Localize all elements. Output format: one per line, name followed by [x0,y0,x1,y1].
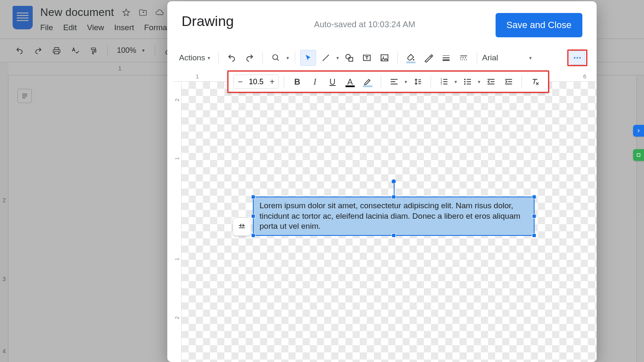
resize-handle-tr[interactable] [532,195,536,199]
align-dropdown-icon[interactable]: ▼ [404,80,408,84]
svg-point-1 [346,54,351,59]
indent-decrease-icon[interactable] [483,74,499,90]
bulleted-list-dropdown-icon[interactable]: ▼ [477,80,481,84]
textbox-tool-icon[interactable] [359,50,375,66]
line-tool-icon[interactable] [318,50,334,66]
actions-menu[interactable]: Actions ▼ [177,50,213,66]
font-size-increase[interactable]: + [266,75,278,89]
annotation-text-toolbar: − + B I U A ▼ 123 ▼ ▼ [227,70,549,93]
resize-handle-br[interactable] [532,233,536,238]
image-tool-icon[interactable] [377,50,392,66]
font-family-select[interactable]: Arial▼ [482,50,532,66]
drawing-canvas-area: 1 6 2 1 1 2 Lorem ipsum dolor sit amet, … [173,72,597,362]
resize-handle-mr[interactable] [532,214,536,218]
drawing-dialog: Drawing Auto-saved at 10:03:24 AM Save a… [167,1,597,362]
text-color-icon[interactable]: A [342,74,358,90]
border-color-icon[interactable] [421,50,436,66]
resize-handle-mb[interactable] [392,233,396,238]
svg-rect-2 [349,57,353,61]
svg-point-9 [579,57,581,59]
svg-point-7 [574,57,576,59]
highlight-color-icon[interactable] [360,74,376,90]
resize-handle-tl[interactable] [251,195,255,199]
autosave-status: Auto-saved at 10:03:24 AM [314,20,415,29]
zoom-dropdown-icon[interactable]: ▼ [286,56,290,60]
selected-textbox[interactable]: Lorem ipsum dolor sit amet, consectetur … [253,197,535,236]
svg-point-14 [464,81,466,83]
border-dash-icon[interactable] [456,50,472,66]
svg-point-0 [273,55,278,60]
svg-rect-16 [637,154,640,157]
rotate-handle[interactable] [391,179,396,184]
drawing-toolbar: Actions ▼ ▼ ▼ Arial▼ [167,47,597,68]
textbox-content[interactable]: Lorem ipsum dolor sit amet, consectetur … [260,201,520,230]
align-icon[interactable] [386,74,402,90]
numbered-list-icon[interactable]: 123 [436,74,452,90]
save-close-button[interactable]: Save and Close [496,13,582,37]
bulleted-list-icon[interactable] [460,74,475,90]
resize-handle-ml[interactable] [251,214,255,218]
svg-point-6 [413,59,415,61]
svg-point-5 [383,57,384,58]
resize-handle-bl[interactable] [251,233,255,238]
dialog-title: Drawing [182,13,234,29]
shape-tool-icon[interactable] [341,50,357,66]
side-panel-toggle-green[interactable] [633,149,644,161]
svg-point-13 [464,79,466,80]
underline-icon[interactable]: U [325,74,340,90]
numbered-list-dropdown-icon[interactable]: ▼ [454,80,458,84]
svg-point-15 [464,83,466,85]
clear-formatting-icon[interactable] [527,74,543,90]
svg-text:3: 3 [441,82,442,85]
italic-icon[interactable]: I [307,74,323,90]
svg-point-8 [576,57,578,59]
side-panel-toggle-blue[interactable] [633,125,644,137]
resize-handle-mt[interactable] [392,195,396,199]
select-tool-icon[interactable] [300,50,316,66]
rotate-stem [394,182,395,195]
redo-icon[interactable] [242,50,257,66]
font-size-input[interactable] [247,78,266,86]
indent-increase-icon[interactable] [501,74,517,90]
line-dropdown-icon[interactable]: ▼ [335,56,340,60]
autofit-button[interactable] [233,217,251,236]
drawing-canvas[interactable]: Lorem ipsum dolor sit amet, consectetur … [182,82,597,362]
more-options-icon[interactable] [569,51,585,65]
font-size-stepper: − + [234,75,279,89]
bold-icon[interactable]: B [289,74,305,90]
border-weight-icon[interactable] [438,50,454,66]
zoom-icon[interactable] [268,50,284,66]
undo-icon[interactable] [224,50,240,66]
line-spacing-icon[interactable] [410,74,426,90]
canvas-v-ruler: 2 1 1 2 [173,82,182,362]
fill-color-icon[interactable] [403,50,419,66]
font-size-decrease[interactable]: − [234,75,247,89]
annotation-more-button [567,49,587,66]
